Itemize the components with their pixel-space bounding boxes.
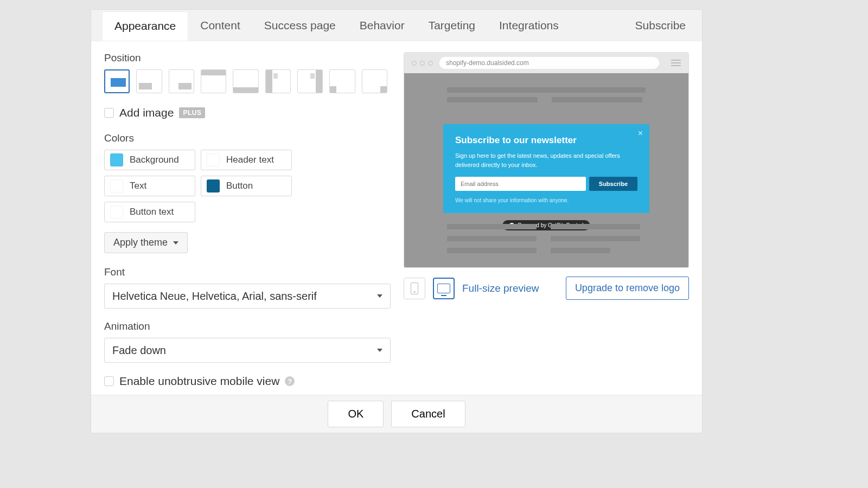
mobile-icon	[411, 282, 418, 294]
position-bar-top[interactable]	[201, 69, 226, 93]
desktop-preview-button[interactable]	[433, 278, 455, 299]
tab-integrations[interactable]: Integrations	[487, 11, 571, 40]
swatch-icon	[110, 179, 123, 192]
animation-select[interactable]: Fade down	[104, 338, 391, 363]
apply-theme-label: Apply theme	[113, 237, 168, 248]
color-label: Button	[226, 181, 253, 191]
colors-grid: Background Header text Text Button Butto…	[104, 150, 387, 222]
font-label: Font	[104, 266, 387, 278]
color-label: Background	[130, 155, 179, 165]
apply-theme-dropdown[interactable]: Apply theme	[104, 232, 188, 253]
chevron-down-icon	[377, 349, 382, 352]
mobile-view-label: Enable unobtrusive mobile view	[119, 375, 279, 388]
help-icon[interactable]: ?	[285, 376, 295, 386]
plus-badge: PLUS	[179, 107, 205, 118]
color-label: Text	[130, 181, 146, 191]
popup-title: Subscribe to our newsletter	[455, 135, 637, 146]
font-value: Helvetica Neue, Helvetica, Arial, sans-s…	[112, 290, 317, 303]
position-bar-bottom[interactable]	[233, 69, 258, 93]
desktop-icon	[437, 284, 450, 293]
colors-label: Colors	[104, 132, 387, 144]
font-select[interactable]: Helvetica Neue, Helvetica, Arial, sans-s…	[104, 284, 391, 309]
color-button-text[interactable]: Button text	[104, 202, 195, 222]
position-tab-left[interactable]	[329, 69, 355, 93]
add-image-label: Add image	[119, 106, 174, 119]
position-panel-left[interactable]	[265, 69, 291, 93]
preview-browser: shopify-demo.dualsided.com × Subscribe t…	[404, 52, 689, 268]
widget-type-label: Subscribe	[630, 11, 691, 40]
upgrade-button[interactable]: Upgrade to remove logo	[566, 277, 689, 300]
position-tab-right[interactable]	[362, 69, 387, 93]
position-center[interactable]	[104, 69, 130, 93]
settings-panel: Position Add image PLUS Colors	[91, 41, 393, 395]
popup-footnote: We will not share your information with …	[455, 197, 637, 203]
swatch-icon	[207, 153, 220, 166]
mobile-view-checkbox[interactable]	[104, 376, 114, 386]
position-bottom-left[interactable]	[136, 69, 162, 93]
color-button[interactable]: Button	[201, 176, 292, 196]
color-label: Button text	[130, 207, 174, 217]
position-bottom-right[interactable]	[169, 69, 194, 93]
preview-panel: shopify-demo.dualsided.com × Subscribe t…	[393, 41, 702, 395]
add-image-row: Add image PLUS	[104, 106, 387, 119]
preview-viewport: × Subscribe to our newsletter Sign up he…	[404, 73, 688, 267]
swatch-icon	[110, 206, 123, 219]
dialog-footer: OK Cancel	[91, 395, 702, 433]
preview-popup: × Subscribe to our newsletter Sign up he…	[443, 124, 649, 213]
tab-targeting[interactable]: Targeting	[417, 11, 487, 40]
tab-content[interactable]: Content	[188, 11, 252, 40]
add-image-checkbox[interactable]	[104, 108, 114, 118]
mobile-preview-button[interactable]	[404, 278, 425, 299]
popup-subscribe-button[interactable]: Subscribe	[589, 177, 637, 191]
tab-appearance[interactable]: Appearance	[102, 11, 188, 41]
position-options	[104, 69, 387, 93]
swatch-icon	[110, 153, 123, 166]
color-background[interactable]: Background	[104, 150, 195, 170]
hamburger-icon	[671, 60, 681, 66]
chevron-down-icon	[173, 241, 178, 245]
color-text[interactable]: Text	[104, 176, 195, 196]
preview-browser-bar: shopify-demo.dualsided.com	[404, 53, 688, 73]
ok-button[interactable]: OK	[328, 401, 384, 427]
position-panel-right[interactable]	[297, 69, 323, 93]
chevron-down-icon	[377, 294, 382, 298]
tabbar: Appearance Content Success page Behavior…	[91, 10, 702, 41]
window-dots-icon	[412, 61, 433, 66]
preview-toolbar: Full-size preview Upgrade to remove logo	[404, 277, 689, 300]
animation-label: Animation	[104, 320, 387, 332]
preview-url: shopify-demo.dualsided.com	[439, 57, 659, 69]
popup-email-input[interactable]	[455, 177, 586, 191]
appearance-dialog: Appearance Content Success page Behavior…	[91, 10, 702, 433]
cancel-button[interactable]: Cancel	[391, 401, 465, 427]
animation-value: Fade down	[112, 344, 166, 357]
mobile-view-row: Enable unobtrusive mobile view ?	[104, 375, 387, 388]
tab-success-page[interactable]: Success page	[252, 11, 348, 40]
tab-behavior[interactable]: Behavior	[348, 11, 417, 40]
position-label: Position	[104, 52, 387, 64]
full-size-preview-link[interactable]: Full-size preview	[462, 282, 539, 294]
color-header-text[interactable]: Header text	[201, 150, 292, 170]
swatch-icon	[207, 179, 220, 192]
color-label: Header text	[226, 155, 274, 165]
popup-description: Sign up here to get the latest news, upd…	[455, 151, 637, 169]
close-icon[interactable]: ×	[638, 129, 643, 138]
